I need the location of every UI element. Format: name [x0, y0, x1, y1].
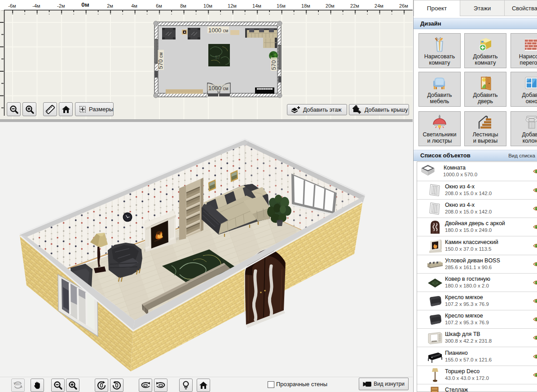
svg-text:-4м: -4м — [32, 3, 40, 9]
svg-text:1000 см: 1000 см — [208, 85, 229, 91]
svg-text:16м: 16м — [277, 3, 286, 9]
svg-text:8м: 8м — [180, 3, 186, 9]
svg-text:6м: 6м — [156, 3, 162, 9]
svg-text:10м: 10м — [203, 3, 212, 9]
svg-text:14м: 14м — [252, 3, 261, 9]
svg-text:4м: 4м — [131, 3, 137, 9]
svg-text:-2м: -2м — [57, 3, 65, 9]
svg-text:0м: 0м — [81, 1, 89, 8]
svg-text:12м: 12м — [228, 3, 237, 9]
svg-text:20м: 20м — [326, 3, 335, 9]
svg-text:24м: 24м — [374, 3, 383, 9]
svg-text:570 см: 570 см — [157, 52, 164, 69]
svg-text:-6м: -6м — [8, 3, 16, 9]
svg-text:57: 57 — [215, 55, 220, 60]
svg-text:570: 570 — [270, 60, 277, 70]
svg-text:26м: 26м — [399, 3, 408, 9]
svg-text:1000 см: 1000 см — [208, 27, 229, 34]
svg-text:18м: 18м — [301, 3, 310, 9]
svg-text:22м: 22м — [350, 3, 359, 9]
svg-text:2м: 2м — [107, 3, 113, 9]
